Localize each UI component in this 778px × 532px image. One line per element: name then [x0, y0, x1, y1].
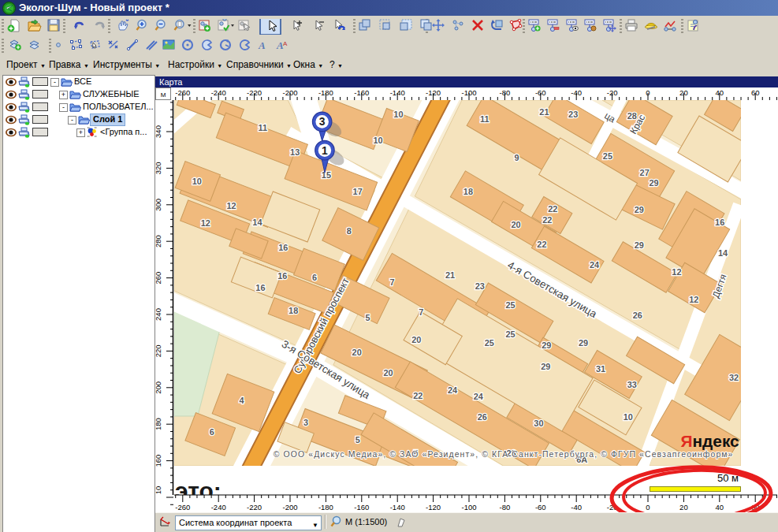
svg-text:-20: -20	[607, 88, 618, 97]
svg-text:-140: -140	[390, 503, 405, 512]
svg-text:16: 16	[278, 243, 288, 252]
svg-text:29: 29	[542, 340, 551, 350]
svg-text:8: 8	[347, 226, 352, 236]
svg-text:11: 11	[480, 114, 490, 124]
svg-text:16: 16	[277, 271, 287, 281]
svg-text:26: 26	[633, 311, 642, 320]
svg-text:-220: -220	[247, 88, 262, 97]
svg-text:5: 5	[366, 313, 370, 322]
svg-text:0: 0	[646, 88, 650, 97]
svg-text:30: 30	[534, 419, 543, 428]
svg-text:29: 29	[541, 362, 550, 371]
svg-text:13: 13	[290, 147, 300, 157]
svg-text:-240: -240	[211, 503, 226, 512]
svg-text:26: 26	[478, 412, 487, 422]
svg-text:-120: -120	[426, 503, 441, 512]
svg-text:15: 15	[322, 170, 331, 180]
svg-text:-100: -100	[461, 503, 476, 512]
svg-text:25: 25	[485, 338, 494, 348]
svg-text:10: 10	[393, 110, 403, 119]
svg-text:-180: -180	[318, 88, 333, 97]
svg-text:A: A	[258, 39, 266, 51]
svg-text:160: 160	[155, 455, 162, 467]
svg-text:-200: -200	[282, 88, 297, 97]
svg-text:20: 20	[512, 220, 521, 229]
svg-text:220: 220	[155, 344, 162, 357]
svg-text:20: 20	[383, 368, 393, 378]
svg-text:200: 200	[155, 381, 162, 394]
svg-text:29: 29	[650, 178, 659, 188]
svg-text:27: 27	[640, 168, 650, 177]
svg-text:29: 29	[635, 205, 644, 214]
svg-text:7: 7	[419, 307, 423, 317]
svg-text:-80: -80	[500, 503, 511, 512]
svg-text:25: 25	[506, 329, 516, 339]
svg-text:10: 10	[155, 486, 162, 495]
svg-text:12: 12	[201, 218, 210, 228]
svg-text:24: 24	[474, 392, 484, 401]
svg-text:240: 240	[155, 308, 162, 321]
svg-text:32: 32	[729, 373, 739, 382]
svg-text:22: 22	[548, 204, 557, 214]
svg-text:25: 25	[506, 300, 516, 310]
svg-text:3: 3	[303, 418, 308, 427]
svg-text:-260: -260	[175, 503, 190, 512]
svg-text:20: 20	[679, 88, 688, 97]
svg-text:7: 7	[389, 277, 394, 287]
svg-text:17: 17	[353, 187, 363, 196]
svg-text:Яндекс: Яндекс	[680, 432, 739, 450]
svg-text:-240: -240	[211, 88, 226, 97]
svg-text:10: 10	[624, 412, 633, 422]
svg-text:18: 18	[463, 187, 473, 196]
svg-text:11: 11	[259, 123, 268, 132]
svg-text:260: 260	[155, 272, 162, 285]
svg-text:3: 3	[319, 115, 326, 128]
svg-text:40: 40	[716, 88, 724, 97]
svg-text:60: 60	[751, 88, 760, 97]
svg-text:10: 10	[192, 177, 202, 186]
svg-text:28: 28	[627, 111, 637, 121]
svg-text:22: 22	[537, 240, 546, 249]
svg-text:-120: -120	[426, 88, 441, 97]
svg-text:4: 4	[239, 396, 244, 405]
svg-text:-140: -140	[390, 88, 405, 97]
svg-text:A: A	[283, 40, 288, 47]
svg-text:16: 16	[255, 283, 265, 292]
svg-text:180: 180	[155, 418, 162, 430]
svg-text:320: 320	[155, 162, 162, 174]
svg-text:280: 280	[155, 235, 162, 247]
svg-text:29: 29	[579, 338, 588, 348]
svg-text:16: 16	[715, 218, 724, 227]
svg-text:23: 23	[568, 110, 578, 119]
svg-text:18: 18	[288, 306, 298, 315]
svg-text:-200: -200	[282, 503, 297, 512]
svg-text:21: 21	[445, 270, 455, 280]
svg-text:14: 14	[718, 248, 728, 258]
svg-text:12: 12	[689, 295, 698, 304]
svg-text:300: 300	[155, 199, 162, 211]
svg-text:6: 6	[312, 273, 317, 282]
svg-text:24: 24	[590, 260, 600, 270]
svg-text:-260: -260	[175, 88, 190, 97]
svg-text:© ООО «Дискус Медиа», © ЗАО «Р: © ООО «Дискус Медиа», © ЗАО «Резидент», …	[274, 450, 734, 459]
svg-text:31: 31	[596, 364, 605, 374]
svg-text:-60: -60	[535, 88, 546, 97]
svg-text:-40: -40	[571, 88, 582, 97]
svg-text:-160: -160	[354, 503, 369, 512]
svg-text:340: 340	[155, 125, 162, 138]
svg-text:М: М	[161, 91, 166, 99]
svg-text:24: 24	[448, 385, 458, 395]
svg-text:-220: -220	[247, 503, 262, 512]
svg-text:21: 21	[539, 107, 549, 117]
svg-text:1: 1	[322, 144, 328, 157]
svg-text:23: 23	[475, 281, 485, 291]
svg-text:-160: -160	[354, 88, 369, 97]
svg-text:9: 9	[515, 153, 519, 162]
svg-text:33: 33	[627, 380, 637, 389]
svg-text:22: 22	[413, 391, 423, 400]
svg-text:-180: -180	[318, 503, 333, 512]
svg-text:6: 6	[210, 427, 214, 437]
svg-text:12: 12	[227, 201, 236, 210]
svg-text:-100: -100	[461, 88, 476, 97]
svg-text:20: 20	[352, 348, 362, 357]
